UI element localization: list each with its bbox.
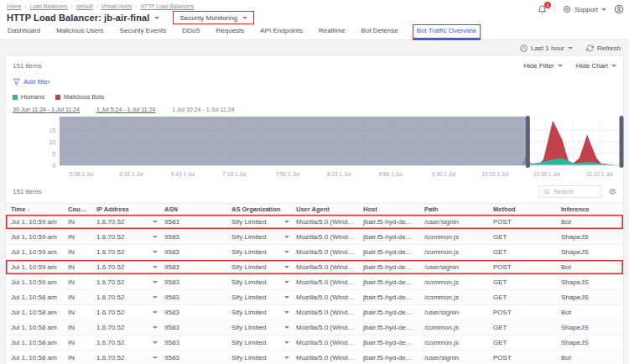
legend-swatch [13,95,18,100]
breadcrumb-link[interactable]: Home [7,3,21,9]
tab-bot-traffic-overview[interactable]: Bot Traffic Overview [413,25,480,39]
chevron-down-icon[interactable] [153,341,158,344]
search-input[interactable] [554,188,597,195]
chevron-down-icon[interactable] [284,236,289,238]
legend-item[interactable]: Malicious Bots [55,93,104,101]
cell-path: /user/signin [424,263,493,271]
cell-as_org-value: Sify Limited [231,339,266,346]
cell-ip-value: 1.6.70.52 [96,263,124,271]
table-search[interactable] [538,185,602,198]
cell-method: GET [493,294,561,301]
table-row[interactable]: Jul 1, 10:59 amIN1.6.70.529583Sify Limit… [6,245,623,260]
chevron-down-icon[interactable] [153,281,158,283]
svg-text:7:50 1 Jul: 7:50 1 Jul [276,171,300,177]
cell-user_agent: Mozilla/5.0 (Windows NT 10.0; … [296,294,363,301]
breadcrumb-link[interactable]: Virtual Hosts [101,3,133,9]
support-label: Support [574,6,598,13]
chevron-down-icon[interactable] [153,326,158,329]
table-row[interactable]: Jul 1, 10:59 amIN1.6.70.529583Sify Limit… [6,230,623,245]
table-row[interactable]: Jul 1, 10:59 amIN1.6.70.529583Sify Limit… [6,215,623,230]
bot-traffic-chart[interactable]: 0510155:38 1 Jul6:10 1 Jul6:43 1 Jul7:16… [13,115,616,182]
breadcrumb-link[interactable]: default [76,3,93,9]
column-header-ip-address[interactable]: IP Address [96,205,164,213]
refresh-icon [586,44,594,52]
time-range-selector[interactable]: Last 1 hour [520,44,573,52]
chevron-down-icon[interactable] [284,251,289,253]
chevron-down-icon[interactable] [153,236,158,238]
table-settings-gear-icon[interactable]: ⚙ [609,188,616,196]
hide-chart-toggle[interactable]: Hide Chart [576,62,616,70]
svg-text:0: 0 [52,163,55,169]
column-header-country[interactable]: Country [68,205,96,213]
column-header-host[interactable]: Host [363,205,424,213]
chevron-down-icon[interactable] [153,266,158,268]
tab-dashboard[interactable]: Dashboard [7,25,41,39]
chevron-down-icon[interactable] [153,296,158,299]
refresh-button[interactable]: Refresh [586,44,621,52]
tab-ddos[interactable]: DDoS [181,25,200,39]
notifications-button[interactable]: 1 [538,5,547,14]
chevron-down-icon[interactable] [153,356,158,359]
svg-text:6:43 1 Jul: 6:43 1 Jul [171,171,195,177]
tab-security-events[interactable]: Security Events [119,25,168,39]
cell-asn: 9583 [164,294,231,301]
chevron-down-icon[interactable] [284,266,289,268]
cell-ip: 1.6.70.52 [96,324,164,331]
chevron-down-icon[interactable] [284,296,289,299]
mode-selector[interactable]: Security Monitoring [173,11,253,24]
account-icon[interactable] [614,4,624,14]
chevron-down-icon[interactable] [284,356,289,359]
table-row[interactable]: Jul 1, 10:58 amIN1.6.70.529583Sify Limit… [6,351,623,364]
cell-as_org: Sify Limited [231,278,296,286]
column-header-method[interactable]: Method [493,205,561,213]
column-header-time[interactable]: Time↓ [11,205,68,213]
zoom-range-current[interactable]: 1 Jul 10:24 - 1 Jul 11:24 [172,107,234,112]
legend-item[interactable]: Humans [13,93,44,101]
cell-as_org-value: Sify Limited [231,354,266,361]
cell-time: Jul 1, 10:58 am [11,354,68,361]
table-row[interactable]: Jul 1, 10:58 amIN1.6.70.529583Sify Limit… [6,290,623,305]
chevron-down-icon[interactable] [284,341,289,344]
chevron-down-icon[interactable] [284,281,289,283]
chevron-down-icon[interactable] [153,251,158,253]
cell-host: jbair.f5-hyd-demo.com [363,324,424,331]
tab-api-endpoints[interactable]: API Endpoints [259,25,304,39]
cell-user_agent: Mozilla/5.0 (Windows NT 10.0; … [296,263,363,271]
chevron-down-icon[interactable] [284,311,289,314]
hide-filter-label: Hide Filter [523,62,554,70]
hide-filter-toggle[interactable]: Hide Filter [523,62,562,70]
column-header-as-organization[interactable]: AS Organization [231,205,296,213]
items-count: 151 items [13,62,42,70]
column-header-inference[interactable]: Inference [561,205,623,213]
cell-as_org-value: Sify Limited [231,248,266,256]
column-header-asn[interactable]: ASN [164,205,231,213]
column-header-user-agent[interactable]: User Agent [296,205,363,213]
chevron-down-icon[interactable] [153,311,158,314]
breadcrumb-link[interactable]: HTTP Load Balancers [140,3,194,9]
breadcrumb-link[interactable]: Load Balancers [30,3,68,9]
table-row[interactable]: Jul 1, 10:58 amIN1.6.70.529583Sify Limit… [6,305,623,320]
table-row[interactable]: Jul 1, 10:59 amIN1.6.70.529583Sify Limit… [6,260,623,275]
zoom-range-link[interactable]: 1 Jul 5:24 - 1 Jul 11:24 [96,107,155,112]
table-row[interactable]: Jul 1, 10:58 amIN1.6.70.529583Sify Limit… [6,320,623,335]
support-menu[interactable]: Support [563,5,606,13]
tab-realtime[interactable]: Realtime [318,25,346,39]
search-icon [543,189,550,195]
tab-requests[interactable]: Requests [216,25,246,39]
cell-user_agent: Mozilla/5.0 (Windows NT 10.0; … [296,324,363,331]
add-filter-button[interactable]: Add filter [13,78,616,86]
zoom-range-link[interactable]: 30 Jun 11:24 - 1 Jul 11:24 [13,107,80,112]
table-row[interactable]: Jul 1, 10:59 amIN1.6.70.529583Sify Limit… [6,275,623,290]
cell-method: GET [493,248,561,256]
cell-inference: ShapeJS [561,278,623,286]
cell-inference: ShapeJS [561,294,623,301]
table-row[interactable]: Jul 1, 10:58 amIN1.6.70.529583Sify Limit… [6,335,623,351]
column-header-path[interactable]: Path [424,205,493,213]
title-chevron-down-icon[interactable] [154,17,159,19]
tab-malicious-users[interactable]: Malicious Users [55,25,104,39]
chevron-down-icon[interactable] [284,221,289,223]
chevron-down-icon[interactable] [284,326,289,329]
tab-bot-defense[interactable]: Bot Defense [361,25,399,39]
chevron-down-icon[interactable] [153,221,158,223]
cell-path: /common.js [424,278,493,286]
